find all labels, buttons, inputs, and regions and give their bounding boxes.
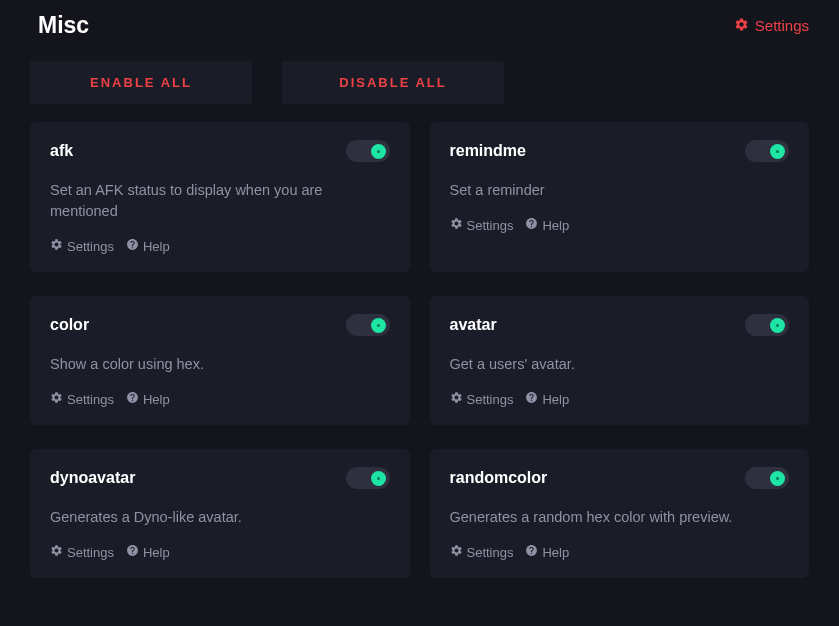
card-description: Set a reminder bbox=[450, 180, 790, 201]
card-title: avatar bbox=[450, 316, 497, 334]
card-settings-link[interactable]: Settings bbox=[450, 391, 514, 407]
card-settings-label: Settings bbox=[467, 392, 514, 407]
card-help-label: Help bbox=[143, 545, 170, 560]
card-title: color bbox=[50, 316, 89, 334]
card-settings-link[interactable]: Settings bbox=[50, 544, 114, 560]
gear-icon bbox=[50, 391, 63, 407]
command-card-remindme: remindmeSet a reminderSettingsHelp bbox=[430, 122, 810, 272]
gear-icon bbox=[450, 391, 463, 407]
toggle-color[interactable] bbox=[346, 314, 390, 336]
card-description: Set an AFK status to display when you ar… bbox=[50, 180, 390, 222]
toggle-knob bbox=[371, 471, 386, 486]
card-help-label: Help bbox=[542, 218, 569, 233]
help-icon bbox=[525, 544, 538, 560]
toggle-remindme[interactable] bbox=[745, 140, 789, 162]
card-help-label: Help bbox=[143, 239, 170, 254]
gear-icon bbox=[734, 17, 749, 35]
card-settings-link[interactable]: Settings bbox=[450, 217, 514, 233]
card-title: afk bbox=[50, 142, 73, 160]
page-title: Misc bbox=[38, 12, 89, 39]
card-settings-label: Settings bbox=[467, 545, 514, 560]
card-help-link[interactable]: Help bbox=[525, 544, 569, 560]
command-card-dynoavatar: dynoavatarGenerates a Dyno-like avatar.S… bbox=[30, 449, 410, 578]
card-title: dynoavatar bbox=[50, 469, 135, 487]
command-card-avatar: avatarGet a users' avatar.SettingsHelp bbox=[430, 296, 810, 425]
card-help-link[interactable]: Help bbox=[126, 238, 170, 254]
card-settings-label: Settings bbox=[467, 218, 514, 233]
card-help-link[interactable]: Help bbox=[126, 391, 170, 407]
command-card-randomcolor: randomcolorGenerates a random hex color … bbox=[430, 449, 810, 578]
enable-all-button[interactable]: ENABLE ALL bbox=[30, 61, 252, 104]
card-help-link[interactable]: Help bbox=[126, 544, 170, 560]
card-help-label: Help bbox=[542, 392, 569, 407]
toggle-knob bbox=[371, 144, 386, 159]
gear-icon bbox=[450, 544, 463, 560]
toggle-knob bbox=[371, 318, 386, 333]
help-icon bbox=[126, 238, 139, 254]
toggle-knob bbox=[770, 144, 785, 159]
toggle-randomcolor[interactable] bbox=[745, 467, 789, 489]
card-description: Show a color using hex. bbox=[50, 354, 390, 375]
card-settings-label: Settings bbox=[67, 392, 114, 407]
help-icon bbox=[525, 217, 538, 233]
gear-icon bbox=[50, 544, 63, 560]
card-help-label: Help bbox=[542, 545, 569, 560]
card-title: randomcolor bbox=[450, 469, 548, 487]
card-help-link[interactable]: Help bbox=[525, 391, 569, 407]
card-settings-label: Settings bbox=[67, 239, 114, 254]
card-settings-link[interactable]: Settings bbox=[50, 391, 114, 407]
help-icon bbox=[525, 391, 538, 407]
command-card-color: colorShow a color using hex.SettingsHelp bbox=[30, 296, 410, 425]
card-description: Generates a random hex color with previe… bbox=[450, 507, 790, 528]
card-settings-label: Settings bbox=[67, 545, 114, 560]
page-settings-label: Settings bbox=[755, 17, 809, 34]
card-settings-link[interactable]: Settings bbox=[450, 544, 514, 560]
command-card-afk: afkSet an AFK status to display when you… bbox=[30, 122, 410, 272]
gear-icon bbox=[450, 217, 463, 233]
help-icon bbox=[126, 544, 139, 560]
page-settings-link[interactable]: Settings bbox=[734, 17, 809, 35]
toggle-afk[interactable] bbox=[346, 140, 390, 162]
help-icon bbox=[126, 391, 139, 407]
gear-icon bbox=[50, 238, 63, 254]
card-description: Generates a Dyno-like avatar. bbox=[50, 507, 390, 528]
card-description: Get a users' avatar. bbox=[450, 354, 790, 375]
card-help-label: Help bbox=[143, 392, 170, 407]
card-settings-link[interactable]: Settings bbox=[50, 238, 114, 254]
toggle-knob bbox=[770, 471, 785, 486]
card-help-link[interactable]: Help bbox=[525, 217, 569, 233]
disable-all-button[interactable]: DISABLE ALL bbox=[282, 61, 504, 104]
toggle-knob bbox=[770, 318, 785, 333]
card-title: remindme bbox=[450, 142, 526, 160]
toggle-avatar[interactable] bbox=[745, 314, 789, 336]
toggle-dynoavatar[interactable] bbox=[346, 467, 390, 489]
